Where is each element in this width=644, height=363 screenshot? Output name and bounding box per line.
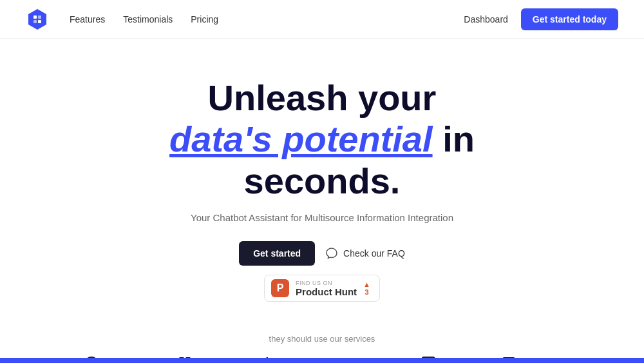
hero-cta-button[interactable]: Get started bbox=[239, 241, 315, 266]
dashboard-link[interactable]: Dashboard bbox=[464, 14, 508, 25]
svg-rect-3 bbox=[38, 20, 41, 23]
hero-section: Unleash your data's potential in seconds… bbox=[0, 39, 644, 302]
ph-name: Product Hunt bbox=[296, 286, 357, 297]
nav-left: Features Testimonials Pricing bbox=[26, 8, 218, 31]
navbar: Features Testimonials Pricing Dashboard … bbox=[0, 0, 644, 39]
ph-votes: ▲ 3 bbox=[363, 280, 370, 296]
hero-actions: Get started Check our FAQ bbox=[239, 241, 405, 266]
hero-title-line1: Unleash your bbox=[208, 77, 437, 118]
product-hunt-badge[interactable]: P FIND US ON Product Hunt ▲ 3 bbox=[264, 275, 380, 302]
nav-link-pricing[interactable]: Pricing bbox=[191, 14, 218, 25]
ph-find-label: FIND US ON bbox=[296, 280, 332, 286]
ph-votes-count: 3 bbox=[365, 288, 368, 296]
faq-button[interactable]: Check our FAQ bbox=[325, 247, 405, 260]
chat-icon bbox=[325, 247, 338, 260]
svg-rect-1 bbox=[38, 15, 41, 19]
ph-text: FIND US ON Product Hunt bbox=[296, 280, 357, 297]
hero-title: Unleash your data's potential in seconds… bbox=[97, 77, 547, 202]
faq-label: Check our FAQ bbox=[343, 248, 405, 259]
hero-subtitle: Your Chatbot Assistant for Multisource I… bbox=[191, 212, 453, 223]
ph-upvote-icon: ▲ bbox=[363, 280, 370, 288]
nav-right: Dashboard Get started today bbox=[464, 8, 618, 30]
svg-rect-0 bbox=[33, 15, 37, 19]
nav-links: Features Testimonials Pricing bbox=[70, 14, 218, 25]
logo[interactable] bbox=[26, 8, 49, 31]
product-hunt-logo: P bbox=[271, 279, 289, 297]
hero-title-highlight: data's potential bbox=[169, 119, 433, 159]
nav-link-features[interactable]: Features bbox=[70, 14, 105, 25]
footer-bar bbox=[0, 358, 644, 363]
get-started-button[interactable]: Get started today bbox=[521, 8, 618, 30]
social-proof-label: they should use our services bbox=[269, 334, 375, 344]
svg-rect-2 bbox=[33, 20, 37, 23]
nav-link-testimonials[interactable]: Testimonials bbox=[123, 14, 173, 25]
